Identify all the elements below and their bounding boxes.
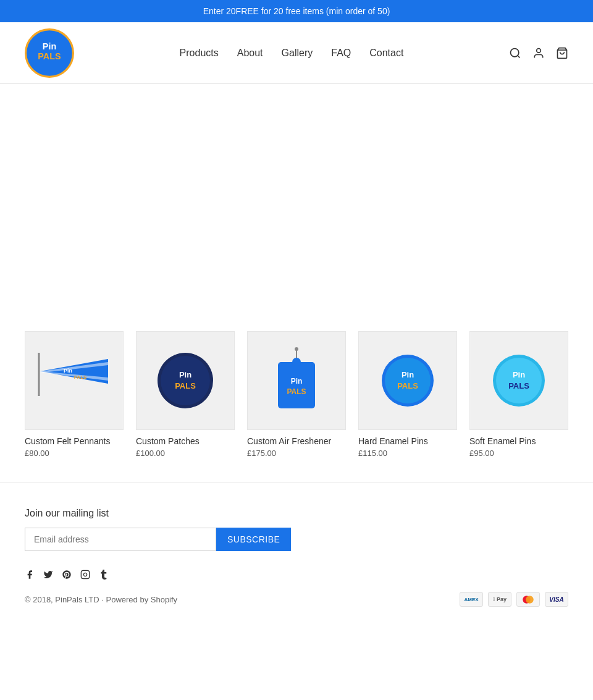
social-links <box>25 570 568 580</box>
apple-pay-icon:  Pay <box>488 592 511 607</box>
product-price-patches: £100.00 <box>136 449 235 458</box>
logo[interactable]: Pin PALS <box>25 28 74 78</box>
product-image-patches: Pin PALS <box>136 331 235 430</box>
nav-about[interactable]: About <box>237 48 263 59</box>
subscribe-button[interactable]: SUBSCRIBE <box>216 528 291 551</box>
svg-text:Pin: Pin <box>513 370 525 379</box>
product-image-soft-pins: Pin PALS <box>469 331 568 430</box>
product-image-hard-pins: Pin PALS <box>358 331 457 430</box>
social-facebook[interactable] <box>25 570 35 580</box>
announcement-bar: Enter 20FREE for 20 free items (min orde… <box>0 0 593 22</box>
svg-text:PALS: PALS <box>175 381 196 390</box>
svg-text:PALS: PALS <box>287 387 306 396</box>
product-card-freshener[interactable]: Pin PALS Custom Air Freshener £175.00 <box>247 331 346 458</box>
nav-contact[interactable]: Contact <box>369 48 403 59</box>
mastercard-svg <box>521 595 536 604</box>
copyright-text: © 2018, PinPals LTD <box>25 595 99 604</box>
search-button[interactable] <box>509 47 521 59</box>
announcement-text: Enter 20FREE for 20 free items (min orde… <box>203 6 390 16</box>
svg-text:Pin: Pin <box>179 370 191 379</box>
mailing-list-title: Join our mailing list <box>25 508 568 519</box>
svg-text:PALS: PALS <box>74 374 87 380</box>
social-pinterest[interactable] <box>62 570 72 580</box>
powered-by-link[interactable]: Powered by Shopify <box>106 595 177 604</box>
product-name-soft-pins: Soft Enamel Pins <box>469 436 568 446</box>
svg-point-3 <box>510 48 518 56</box>
svg-text:PALS: PALS <box>38 51 61 61</box>
product-card-patches[interactable]: Pin PALS Custom Patches £100.00 <box>136 331 235 458</box>
pennant-svg: Pin PALS <box>34 340 114 421</box>
email-input[interactable] <box>25 528 216 551</box>
search-icon <box>509 47 521 59</box>
svg-text:Pin: Pin <box>43 41 56 51</box>
mailing-list-section: Join our mailing list SUBSCRIBE <box>25 508 568 551</box>
mastercard-icon <box>516 592 540 607</box>
social-instagram[interactable] <box>80 570 90 580</box>
svg-rect-20 <box>292 358 301 366</box>
user-icon <box>532 47 545 59</box>
footer-copyright: © 2018, PinPals LTD · Powered by Shopify <box>25 595 177 604</box>
product-name-pennants: Custom Felt Pennants <box>25 436 124 446</box>
product-image-freshener: Pin PALS <box>247 331 346 430</box>
footer-bottom: © 2018, PinPals LTD · Powered by Shopify… <box>25 592 568 607</box>
svg-text:Pin: Pin <box>291 377 303 386</box>
visa-icon: VISA <box>545 592 568 607</box>
site-header: Pin PALS Products About Gallery FAQ Cont… <box>0 22 593 84</box>
login-button[interactable] <box>532 47 545 59</box>
svg-text:Pin: Pin <box>64 368 72 374</box>
svg-line-4 <box>518 55 520 57</box>
product-name-patches: Custom Patches <box>136 436 235 446</box>
hard-pin-svg: Pin PALS <box>368 340 448 421</box>
tumblr-icon <box>99 570 109 580</box>
product-price-hard-pins: £115.00 <box>358 449 457 458</box>
facebook-icon <box>25 570 35 580</box>
products-grid: Pin PALS Custom Felt Pennants £80.00 Pin… <box>0 331 593 483</box>
twitter-icon <box>43 570 53 580</box>
product-price-freshener: £175.00 <box>247 449 346 458</box>
nav-faq[interactable]: FAQ <box>331 48 351 59</box>
nav-gallery[interactable]: Gallery <box>282 48 313 59</box>
logo-image: Pin PALS <box>25 28 74 78</box>
svg-point-18 <box>295 347 298 351</box>
mailing-form: SUBSCRIBE <box>25 528 568 551</box>
product-price-pennants: £80.00 <box>25 449 124 458</box>
pinterest-icon <box>62 570 72 580</box>
product-image-pennants: Pin PALS <box>25 331 124 430</box>
svg-point-34 <box>526 596 534 604</box>
svg-point-14 <box>161 356 210 405</box>
svg-rect-31 <box>81 570 89 578</box>
soft-pin-svg: Pin PALS <box>479 340 559 421</box>
payment-icons: AMEX  Pay VISA <box>460 592 568 607</box>
product-price-soft-pins: £95.00 <box>469 449 568 458</box>
product-card-hard-pins[interactable]: Pin PALS Hard Enamel Pins £115.00 <box>358 331 457 458</box>
cart-button[interactable] <box>556 47 568 59</box>
svg-text:Pin: Pin <box>402 370 414 379</box>
svg-text:PALS: PALS <box>508 381 529 390</box>
nav-products[interactable]: Products <box>180 48 219 59</box>
svg-text:PALS: PALS <box>397 381 418 390</box>
cart-icon <box>556 47 568 59</box>
amex-icon: AMEX <box>460 592 483 607</box>
product-name-hard-pins: Hard Enamel Pins <box>358 436 457 446</box>
svg-point-5 <box>537 48 541 53</box>
main-content <box>0 84 593 331</box>
patch-svg: Pin PALS <box>145 340 225 421</box>
header-actions <box>509 47 568 59</box>
freshener-svg: Pin PALS <box>256 340 337 421</box>
main-nav: Products About Gallery FAQ Contact <box>180 48 404 59</box>
product-card-soft-pins[interactable]: Pin PALS Soft Enamel Pins £95.00 <box>469 331 568 458</box>
svg-point-24 <box>385 358 431 403</box>
product-name-freshener: Custom Air Freshener <box>247 436 346 446</box>
svg-point-28 <box>496 358 542 403</box>
site-footer: Join our mailing list SUBSCRIBE © 2018, … <box>0 483 593 625</box>
social-twitter[interactable] <box>43 570 53 580</box>
product-card-pennants[interactable]: Pin PALS Custom Felt Pennants £80.00 <box>25 331 124 458</box>
instagram-icon <box>80 570 90 580</box>
social-tumblr[interactable] <box>99 570 109 580</box>
